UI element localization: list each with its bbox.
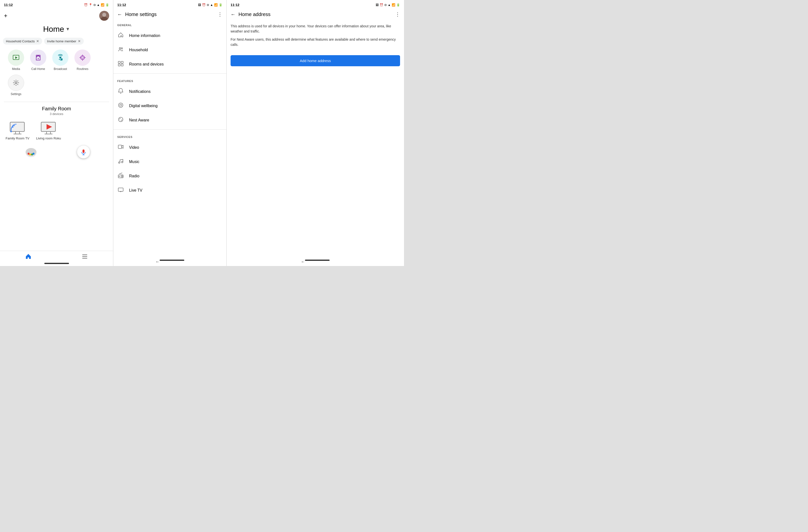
status-icons-mid: 🖼 ⏰ ⊖ ▲ 📶 🔋 [198, 3, 222, 7]
chip-close-invite[interactable]: ✕ [78, 39, 81, 43]
mid-header: ← Home settings ⋮ [113, 9, 226, 20]
status-bar-right: 11:12 🖼 ⏰ ⊖ ▲ 📶 🔋 [227, 0, 404, 9]
chip-invite-home-member[interactable]: Invite home member ✕ [44, 38, 84, 44]
panel-left: 11:12 ⏰ 📍 ⊖ ▲ 📶 🔋 + Home ▼ Househ [0, 0, 113, 266]
status-icons-right: 🖼 ⏰ ⊖ ▲ 📶 🔋 [376, 3, 400, 7]
description-para-1: This address is used for all devices in … [231, 24, 400, 34]
location-icon: 📍 [89, 3, 92, 7]
svg-point-1 [102, 13, 106, 17]
svg-rect-35 [118, 61, 120, 63]
nav-bottom-bar-right: ← [227, 259, 404, 266]
shortcut-circle-broadcast [52, 50, 69, 66]
home-title[interactable]: Home ▼ [4, 25, 109, 34]
settings-label-nest-aware: Nest Aware [129, 118, 149, 123]
mic-fab[interactable] [77, 146, 90, 158]
device-roku[interactable]: Living room Roku [35, 121, 62, 140]
device-home-mini[interactable] [23, 144, 39, 160]
shortcut-call-home[interactable]: Call Home [27, 50, 49, 71]
dnd-icon-right: ⊖ [384, 3, 387, 7]
shortcuts-grid: Media Call Home [0, 48, 113, 102]
shortcut-broadcast[interactable]: Broadcast [49, 50, 71, 71]
status-icons-left: ⏰ 📍 ⊖ ▲ 📶 🔋 [84, 3, 109, 7]
status-bar-left: 11:12 ⏰ 📍 ⊖ ▲ 📶 🔋 [0, 0, 113, 9]
shortcut-circle-routines [74, 50, 91, 66]
svg-point-24 [29, 153, 31, 155]
shortcut-media[interactable]: Media [5, 50, 27, 71]
chip-household-contacts[interactable]: Household Contacts ✕ [3, 38, 42, 44]
description-para-2: For Nest Aware users, this address will … [231, 37, 400, 47]
room-name: Family Room [4, 106, 109, 112]
settings-item-live-tv[interactable]: Live TV [113, 183, 226, 198]
svg-rect-49 [118, 188, 123, 191]
chip-close-household[interactable]: ✕ [36, 39, 39, 43]
shortcut-circle-settings [8, 75, 24, 91]
video-icon [117, 144, 124, 151]
nest-aware-icon [117, 116, 124, 124]
mic-fab-container[interactable] [77, 146, 90, 158]
back-button-mid[interactable]: ← [117, 12, 122, 17]
settings-label-wellbeing: Digital wellbeing [129, 104, 158, 108]
nav-list[interactable] [81, 253, 88, 261]
shortcut-label-call: Call Home [31, 67, 45, 71]
settings-item-household[interactable]: Household [113, 43, 226, 57]
svg-point-6 [59, 57, 61, 59]
device-count: 3 devices [4, 112, 109, 116]
settings-item-digital-wellbeing[interactable]: Digital wellbeing [113, 99, 226, 113]
back-gesture-mid[interactable]: ← [156, 260, 160, 264]
more-button-mid[interactable]: ⋮ [218, 11, 222, 17]
settings-item-nest-aware[interactable]: Nest Aware [113, 113, 226, 127]
add-home-address-button[interactable]: Add home address [231, 55, 400, 66]
svg-point-10 [15, 82, 17, 84]
shortcut-routines[interactable]: Routines [71, 50, 94, 71]
shortcut-settings[interactable]: Settings [5, 75, 27, 96]
svg-marker-42 [122, 145, 123, 148]
svg-point-46 [121, 176, 123, 177]
alarm-icon-mid: ⏰ [202, 3, 206, 7]
shortcut-label-settings: Settings [11, 92, 21, 96]
svg-rect-31 [82, 256, 87, 257]
more-button-right[interactable]: ⋮ [395, 11, 400, 17]
status-time-right: 11:12 [231, 3, 239, 7]
signal-icon: 📶 [101, 3, 105, 7]
settings-item-notifications[interactable]: Notifications [113, 85, 226, 99]
back-gesture-right[interactable]: ← [301, 260, 305, 264]
svg-rect-38 [121, 64, 123, 66]
shortcut-label-broadcast: Broadcast [54, 67, 67, 71]
status-time-mid: 11:12 [117, 3, 126, 7]
panel-mid: 11:12 🖼 ⏰ ⊖ ▲ 📶 🔋 ← Home settings ⋮ GENE… [113, 0, 227, 266]
shortcut-circle-call [30, 50, 46, 66]
add-button[interactable]: + [4, 12, 7, 19]
nav-home[interactable] [25, 253, 32, 261]
img-icon-right: 🖼 [376, 3, 379, 7]
back-button-right[interactable]: ← [231, 12, 236, 17]
img-icon-mid: 🖼 [198, 3, 201, 7]
device-family-room-tv[interactable]: Family Room TV [4, 121, 31, 140]
svg-point-5 [38, 58, 39, 59]
devices-row: Family Room TV Living room Roku [0, 118, 113, 143]
shortcut-label-media: Media [12, 67, 20, 71]
settings-label-radio: Radio [129, 174, 140, 178]
divider-features-services [113, 129, 226, 130]
settings-label-rooms: Rooms and devices [129, 62, 164, 67]
signal-icon-mid: 📶 [214, 3, 218, 7]
battery-icon-mid: 🔋 [219, 3, 222, 7]
alarm-icon: ⏰ [84, 3, 88, 7]
settings-item-music[interactable]: Music [113, 155, 226, 169]
divider-general-features [113, 73, 226, 74]
settings-item-radio[interactable]: Radio [113, 169, 226, 183]
address-description: This address is used for all devices in … [227, 20, 404, 53]
chips-container: Household Contacts ✕ Invite home member … [0, 37, 113, 48]
home-dropdown-arrow: ▼ [66, 26, 70, 32]
shortcut-circle-media [8, 50, 24, 66]
right-title: Home address [238, 12, 392, 17]
battery-icon: 🔋 [106, 3, 109, 7]
svg-rect-41 [118, 145, 122, 148]
music-icon [117, 158, 124, 166]
nav-bottom-bar-left [0, 262, 113, 266]
avatar[interactable] [99, 11, 109, 21]
settings-item-video[interactable]: Video [113, 141, 226, 155]
rooms-devices-icon [117, 60, 124, 68]
svg-point-43 [118, 162, 120, 163]
settings-item-home-info[interactable]: Home information [113, 29, 226, 43]
settings-item-rooms-devices[interactable]: Rooms and devices [113, 57, 226, 71]
